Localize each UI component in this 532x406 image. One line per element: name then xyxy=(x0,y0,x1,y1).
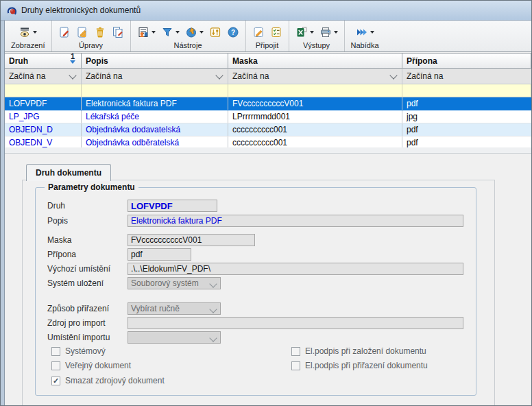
vychozi-umisteni-field[interactable]: .\..\Eldokum\FV_PDF\ xyxy=(128,263,463,275)
tab-druh-dokumentu[interactable]: Druh dokumentu xyxy=(26,164,111,181)
toolbar: Zobrazení xyxy=(5,21,531,52)
zdroj-pro-import-field[interactable] xyxy=(128,317,463,329)
zdroj-pro-import-label: Zdroj pro import xyxy=(47,317,106,329)
checkbox-el-podpis-prirazeni[interactable]: El.podpis při přiřazení dokumentu xyxy=(291,361,428,370)
filter-maska[interactable]: Začíná na xyxy=(228,69,402,84)
dropdown-arrow-icon xyxy=(152,31,156,34)
column-header-pripona[interactable]: Přípona xyxy=(402,53,531,68)
print-button[interactable] xyxy=(319,26,338,38)
refresh-icon xyxy=(185,26,197,38)
chevron-down-icon xyxy=(209,305,217,313)
parameters-button[interactable] xyxy=(209,26,221,38)
actions-icon xyxy=(137,26,149,38)
toolbar-group-nastroje: ? Nástroje xyxy=(130,21,245,51)
delete-record-button[interactable] xyxy=(94,26,106,38)
column-header-maska[interactable]: Maska xyxy=(228,53,402,68)
druh-field[interactable]: LOFVPDF xyxy=(128,200,217,212)
grid-new-row[interactable] xyxy=(5,84,531,97)
zpusob-prirazeni-dropdown[interactable]: Vybírat ručně xyxy=(128,302,221,315)
view-button[interactable] xyxy=(19,26,37,38)
filter-pripona[interactable]: Začíná na xyxy=(402,69,531,84)
actions-button[interactable] xyxy=(137,26,156,38)
copy-record-button[interactable] xyxy=(112,26,124,38)
checkbox-smazat-zdrojovy-dokument[interactable]: ✓ Smazat zdrojový dokument xyxy=(51,376,165,385)
maska-label: Maska xyxy=(47,234,71,246)
table-row[interactable]: LP_JPG Lékařská péče LPrrrrmmdd001 jpg xyxy=(5,110,531,123)
checkbox-systemovy[interactable]: Systémový xyxy=(51,346,106,356)
attach-edit-button[interactable] xyxy=(252,26,265,38)
sort-descending-icon xyxy=(70,60,75,64)
checklist-button[interactable] xyxy=(270,26,282,38)
checkbox-box xyxy=(51,347,60,356)
splitter[interactable] xyxy=(5,147,531,153)
chevron-down-icon xyxy=(69,71,76,79)
titlebar[interactable]: Druhy elektronických dokumentů xyxy=(1,1,531,21)
filter-popis[interactable]: Začíná na xyxy=(82,69,228,84)
checkbox-el-podpis-zalozeni[interactable]: El.podpis při založení dokumentu xyxy=(291,346,426,356)
toolbar-group-upravy: Úpravy xyxy=(51,21,130,51)
toolbar-group-zobrazeni: Zobrazení xyxy=(5,21,51,51)
copy-document-icon xyxy=(112,26,124,38)
toolbar-group-vystupy: Výstupy xyxy=(289,21,344,51)
menu-button[interactable] xyxy=(356,26,374,38)
toolbar-group-label: Nabídka xyxy=(351,40,379,51)
help-button[interactable]: ? xyxy=(227,26,239,38)
vychozi-umisteni-label: Výchozí umístění xyxy=(47,263,110,275)
table-row[interactable]: OBJEDN_D Objednávka dodavatelská ccccccc… xyxy=(5,123,531,136)
popis-label: Popis xyxy=(47,215,68,227)
filter-icon xyxy=(161,26,173,38)
view-icon xyxy=(19,26,31,38)
window-title: Druhy elektronických dokumentů xyxy=(21,5,141,15)
checkbox-box xyxy=(291,361,300,370)
checkbox-box-checked: ✓ xyxy=(51,377,60,385)
sort-indicator: 1 xyxy=(70,53,75,64)
column-header-druh[interactable]: Druh 1 xyxy=(5,53,82,68)
column-header-popis[interactable]: Popis xyxy=(82,53,228,68)
dropdown-arrow-icon xyxy=(334,31,338,34)
app-icon xyxy=(6,5,17,16)
pripona-field[interactable]: pdf xyxy=(128,248,191,261)
dropdown-arrow-icon xyxy=(200,31,204,34)
pripona-label: Přípona xyxy=(47,248,76,261)
new-record-button[interactable] xyxy=(58,26,71,38)
edit-record-button[interactable] xyxy=(76,26,88,38)
detail-panel: Druh dokumentu Parametry dokumentu Druh … xyxy=(5,153,531,405)
table-row[interactable]: LOFVPDF Elektronická faktura PDF FVccccc… xyxy=(5,97,531,110)
system-ulozeni-label: Systém uložení xyxy=(47,277,104,289)
dropdown-arrow-icon xyxy=(370,31,374,34)
dropdown-arrow-icon xyxy=(33,31,37,34)
documents-grid: Druh 1 Popis Maska Přípona Začíná na Zač… xyxy=(5,53,531,147)
export-excel-button[interactable] xyxy=(295,26,314,38)
checkmark-icon: ✓ xyxy=(53,377,59,385)
chevron-down-icon xyxy=(209,280,217,287)
umisteni-importu-label: Umístění importu xyxy=(47,331,110,344)
toolbar-group-nabidka: Nabídka xyxy=(344,21,385,51)
filter-druh[interactable]: Začíná na xyxy=(5,69,82,84)
checklist-icon xyxy=(270,26,282,38)
delete-icon xyxy=(94,26,106,38)
toolbar-group-label: Úpravy xyxy=(79,40,103,51)
umisteni-importu-dropdown[interactable] xyxy=(128,331,221,344)
toolbar-group-label: Nástroje xyxy=(174,40,202,51)
edit-document-icon xyxy=(76,26,88,38)
application-window: Druhy elektronických dokumentů Zobrazení xyxy=(0,0,532,406)
system-ulozeni-dropdown[interactable]: Souborový systém xyxy=(128,277,221,289)
toolbar-group-pripojit: Připojit xyxy=(245,21,289,51)
refresh-button[interactable] xyxy=(185,26,204,38)
grid-filter-row: Začíná na Začíná na Začíná na Začíná na xyxy=(5,69,531,84)
attach-edit-icon xyxy=(252,26,265,38)
grid-header-row: Druh 1 Popis Maska Přípona xyxy=(5,53,531,69)
help-icon: ? xyxy=(227,26,239,38)
chevron-down-icon xyxy=(215,71,223,79)
druh-label: Druh xyxy=(47,200,65,212)
toolbar-group-label: Zobrazení xyxy=(11,40,45,51)
chevron-down-icon xyxy=(389,71,397,79)
dropdown-arrow-icon xyxy=(176,31,180,34)
parameters-icon xyxy=(209,26,221,38)
checkbox-box xyxy=(51,361,60,370)
filter-button[interactable] xyxy=(161,26,180,38)
checkbox-verejny-dokument[interactable]: Veřejný dokument xyxy=(51,361,131,370)
maska-field[interactable]: FVccccccccccV001 xyxy=(128,234,255,246)
popis-field[interactable]: Elektronická faktura PDF xyxy=(128,215,463,227)
chevron-down-icon xyxy=(209,334,217,342)
